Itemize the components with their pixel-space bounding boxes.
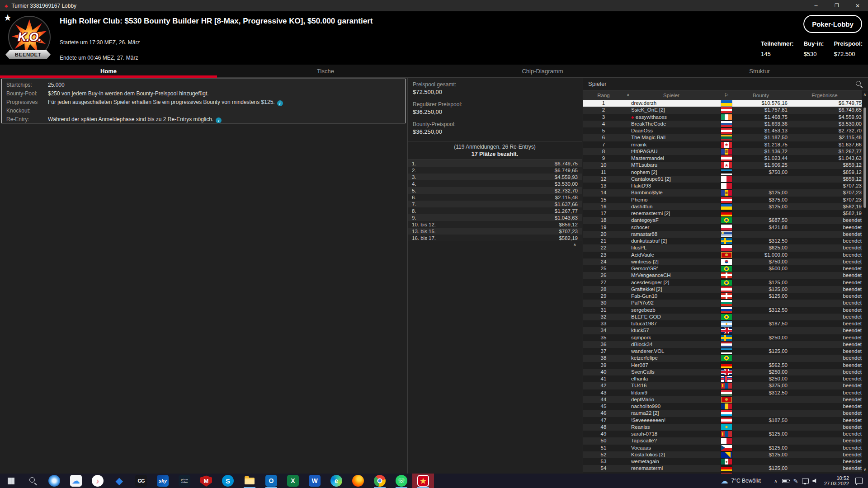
tab-chip-diagramm[interactable]: Chip-Diagramm	[434, 65, 651, 77]
player-row[interactable]: 52KostaTolios [2]$125,00beendet	[583, 451, 862, 458]
flag-column-icon[interactable]	[719, 92, 734, 99]
taskbar-mcafee[interactable]: M	[195, 474, 217, 488]
player-row[interactable]: 21dunkutastruf [2]$312,50beendet	[583, 238, 862, 244]
favorite-star-icon[interactable]	[4, 12, 12, 23]
taskbar-ggpoker[interactable]: GG	[130, 474, 152, 488]
scrollbar-thumb[interactable]	[863, 108, 866, 208]
player-row[interactable]: 27acesdesigner [2]$125,00beendet	[583, 279, 862, 286]
player-row[interactable]: 38ketzerfelipebeendet	[583, 355, 862, 361]
player-row[interactable]: 49sarah-0718$125,00beendet	[583, 431, 862, 437]
minimize-button[interactable]	[806, 0, 826, 11]
player-row[interactable]: 15Phemo$375,00$707,23	[583, 197, 862, 203]
player-row[interactable]: 36dBlock34beendet	[583, 341, 862, 348]
taskbar-clock[interactable]: 10:52 27.03.2022	[824, 475, 849, 487]
taskbar-skype[interactable]: S	[217, 474, 239, 488]
weather-cloud-icon[interactable]	[721, 477, 728, 485]
player-row[interactable]: 10MTLsubaru$1.906,25$859,12	[583, 162, 862, 169]
taskbar-file-explorer[interactable]	[239, 474, 260, 488]
taskbar-edge[interactable]: e	[326, 474, 347, 488]
player-row[interactable]: 7mraink$1.218,75$1.637,66	[583, 141, 862, 148]
column-results[interactable]: Ergebnisse	[788, 93, 862, 98]
taskbar-sky[interactable]: sky	[152, 474, 174, 488]
player-row[interactable]: 28Graftekkel [2]$125,00beendet	[583, 286, 862, 293]
player-row[interactable]: 40SvenCalls$250,00beendet	[583, 369, 862, 375]
tab-tische[interactable]: Tische	[217, 65, 434, 77]
player-row[interactable]: 43lildani9$312,50beendet	[583, 389, 862, 396]
player-row[interactable]: 1drew.derzh$10.576,16$6.749,75	[583, 100, 862, 107]
taskbar-excel[interactable]: X	[282, 474, 304, 488]
player-row[interactable]: 46rauma22 [2]beendet	[583, 410, 862, 417]
taskbar-itunes[interactable]: ♪	[87, 474, 108, 488]
player-row[interactable]: 47!$eveeeeeeen!$187,50beendet	[583, 417, 862, 424]
taskbar-prime-video[interactable]: primevideo	[174, 474, 195, 488]
player-row[interactable]: 19schocer$421,88beendet	[583, 224, 862, 231]
player-row[interactable]: 8t4t0PAGAU$1.136,72$1.267,77	[583, 148, 862, 155]
player-row[interactable]: 37wanderer.VOL$125,00beendet	[583, 348, 862, 355]
scroll-up-icon[interactable]	[862, 91, 868, 98]
player-row[interactable]: 31sergebezb$312,50beendet	[583, 307, 862, 314]
search-icon[interactable]	[854, 80, 863, 89]
player-row[interactable]: 48Reanissbeendet	[583, 424, 862, 431]
player-row[interactable]: 51Vocaaas$125,00beendet	[583, 445, 862, 451]
taskbar-chrome[interactable]	[369, 474, 391, 488]
tab-home[interactable]: Home	[0, 65, 217, 77]
info-icon[interactable]	[216, 117, 222, 123]
player-row[interactable]: 34ktuck57beendet	[583, 327, 862, 334]
player-row[interactable]: 30PaPi7o92beendet	[583, 300, 862, 306]
network-icon[interactable]	[801, 474, 811, 488]
player-row[interactable]: 12Cantaloupe91 [2]$859,12	[583, 176, 862, 183]
taskbar-search[interactable]	[22, 474, 43, 488]
taskbar-start[interactable]	[0, 474, 22, 488]
column-bounty[interactable]: Bounty	[734, 93, 788, 98]
player-row[interactable]: 26MrVengeanceCHbeendet	[583, 272, 862, 279]
player-row[interactable]: 5DaanOss$1.453,13$2.732,70	[583, 127, 862, 134]
player-row[interactable]: 35sqmpork$250,00beendet	[583, 334, 862, 341]
player-row[interactable]: 32BLEFE GODbeendet	[583, 314, 862, 320]
players-scrollbar[interactable]	[862, 90, 868, 474]
player-row[interactable]: 13HakiD93$707,23	[583, 183, 862, 189]
weather-text[interactable]: 7°C Bewölkt	[731, 478, 761, 484]
player-row[interactable]: 20ramastar88beendet	[583, 231, 862, 238]
player-row[interactable]: 3easywithaces$1.468,75$4.559,93	[583, 114, 862, 121]
player-row[interactable]: 54renemastermi$125,00beendet	[583, 465, 862, 472]
player-row[interactable]: 16dash4fun$125,00$582,19	[583, 203, 862, 210]
player-row[interactable]: 24winfiress [2]$750,00beendet	[583, 258, 862, 265]
player-search[interactable]: Spieler	[583, 78, 868, 90]
player-row[interactable]: 50Tapiscallé?beendet	[583, 437, 862, 444]
player-row[interactable]: 17renemastermi [2]$582,19	[583, 210, 862, 217]
player-row[interactable]: 6The Magic Ball$1.187,50$2.115,48	[583, 134, 862, 141]
column-player[interactable]: Spieler	[624, 93, 719, 98]
info-icon[interactable]	[277, 100, 283, 106]
player-row[interactable]: 4BreakTheCode$1.693,36$3.530,00	[583, 121, 862, 127]
taskbar-pokerstars[interactable]: ★	[412, 474, 434, 488]
battery-icon[interactable]	[781, 474, 791, 488]
taskbar-photos[interactable]	[43, 474, 65, 488]
pen-icon[interactable]	[791, 474, 801, 488]
player-row[interactable]: 11nophem [2]$750,00$859,12	[583, 169, 862, 176]
tray-overflow-icon[interactable]	[771, 474, 781, 488]
player-row[interactable]: 45nacholito990beendet	[583, 403, 862, 410]
player-row[interactable]: 29Fab-Gun10$125,00beendet	[583, 293, 862, 300]
taskbar-icloud[interactable]: ☁	[65, 474, 87, 488]
taskbar-word[interactable]: W	[304, 474, 326, 488]
player-row[interactable]: 53wemetagainbeendet	[583, 458, 862, 465]
scroll-down-icon[interactable]	[862, 466, 868, 473]
player-row[interactable]: 22filusPL$625,00beendet	[583, 244, 862, 251]
taskbar-diamond[interactable]: ◆	[108, 474, 130, 488]
player-row[interactable]: 39Her087$562,50beendet	[583, 362, 862, 369]
action-center-icon[interactable]	[855, 478, 863, 484]
player-row[interactable]: 14Bambino$tyle$125,00$707,23	[583, 189, 862, 196]
poker-lobby-button[interactable]: Poker-Lobby	[803, 15, 862, 33]
player-row[interactable]: 9Mastermandel$1.023,44$1.043,63	[583, 155, 862, 162]
volume-icon[interactable]	[811, 474, 821, 488]
close-button[interactable]	[847, 0, 868, 11]
player-row[interactable]: 41elhanla$250,00beendet	[583, 375, 862, 382]
player-row[interactable]: 18dantegoyaF$687,50beendet	[583, 217, 862, 224]
player-row[interactable]: 42TU416$375,00beendet	[583, 382, 862, 389]
taskbar-firefox[interactable]	[347, 474, 369, 488]
tab-struktur[interactable]: Struktur	[651, 65, 868, 77]
player-row[interactable]: 25Gerson'GR'$500,00beendet	[583, 265, 862, 272]
player-row[interactable]: 44deptMariobeendet	[583, 396, 862, 403]
player-row[interactable]: 2SsicK_OnE [2]$1.757,81$6.749,65	[583, 107, 862, 113]
player-row[interactable]: 23AcidVaule$1.000,00beendet	[583, 252, 862, 258]
